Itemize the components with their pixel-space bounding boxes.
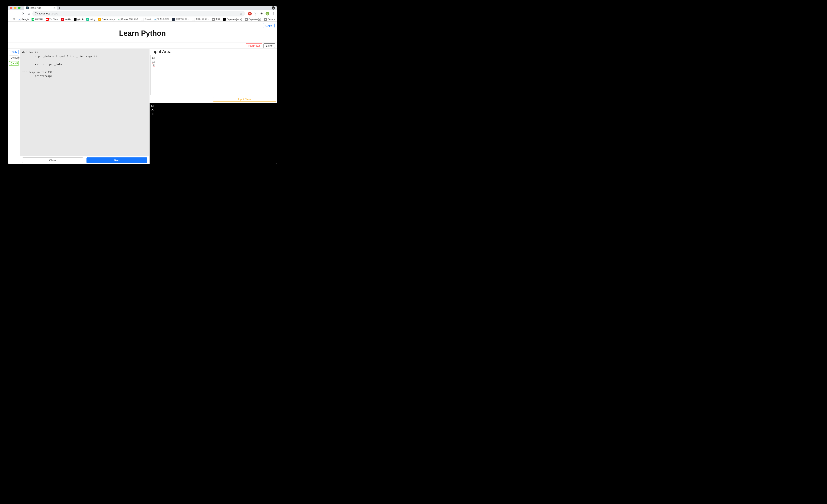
bookmarks-bar: 앱 GGoogle NNAVER ▶YouTube NNetflix githu… <box>8 17 277 21</box>
bookmark-netflix[interactable]: NNetflix <box>61 18 71 21</box>
code-panel: def test(i): input_data = [input() for _… <box>20 49 149 164</box>
back-button[interactable]: ← <box>9 12 14 16</box>
login-button[interactable]: Login <box>263 23 275 28</box>
bookmark-baekjoon[interactable]: ∞백준 온라인 <box>154 18 169 21</box>
input-textarea[interactable]: 테 스 트 <box>150 55 276 95</box>
tab-qanda[interactable]: QandA <box>9 61 19 66</box>
tab-study[interactable]: Study <box>9 50 19 54</box>
netflix-icon: N <box>61 18 64 21</box>
baekjoon-icon: ∞ <box>154 18 156 21</box>
code-actions: Clear Run <box>20 156 149 164</box>
bookmark-hancom[interactable]: 한컴스페이스 <box>192 18 209 21</box>
minimize-window-button[interactable] <box>14 7 16 9</box>
profile-avatar-icon[interactable]: 습 <box>265 12 269 15</box>
bookmark-apps[interactable]: 앱 <box>13 18 15 21</box>
google-icon: G <box>18 18 21 21</box>
reload-button[interactable]: ⟳ <box>21 12 25 16</box>
input-clear-button[interactable]: Input Clear <box>213 97 276 102</box>
page-header: Login Learn Python <box>8 21 277 43</box>
bookmark-youtube[interactable]: ▶YouTube <box>46 18 58 21</box>
io-panel: Input Area 테 스 트 Input Clear 테 스 트 <box>149 49 277 164</box>
extension-icon[interactable]: ☁ <box>254 12 257 15</box>
site-info-icon[interactable]: i <box>35 12 38 15</box>
naver-icon: N <box>32 18 34 21</box>
programmers-icon <box>172 18 175 21</box>
bookmark-capstone-ip[interactable]: ▣Capstone[ip] <box>245 18 261 21</box>
bookmark-star-icon[interactable]: ☆ <box>240 12 242 15</box>
address-host: localhost <box>39 12 50 15</box>
browser-tab[interactable]: ⚛ React App × <box>24 6 57 10</box>
bookmark-school[interactable]: ▣학교 <box>212 18 220 21</box>
gdrive-icon: △ <box>117 18 120 21</box>
extension-icons: AB ☁ ✦ 습 ⋮ <box>248 12 275 16</box>
run-button[interactable]: Run <box>87 157 148 163</box>
bookmark-github[interactable]: github <box>74 18 84 21</box>
bookmark-programmers[interactable]: 프로그래머스 <box>172 18 189 21</box>
apple-icon <box>141 18 144 21</box>
capstone-icon <box>223 18 226 21</box>
address-bar[interactable]: i localhost:3000 ☆ <box>32 11 245 16</box>
page-title: Learn Python <box>10 29 275 38</box>
velog-icon: V <box>86 18 89 21</box>
left-nav: Study Compiler QandA <box>8 49 20 164</box>
react-favicon-icon: ⚛ <box>26 6 29 9</box>
close-tab-icon[interactable]: × <box>53 6 55 9</box>
extensions-puzzle-icon[interactable]: ✦ <box>259 12 263 16</box>
github-icon <box>74 18 77 21</box>
page-content: Login Learn Python Interpreter Editer St… <box>8 21 277 164</box>
tabs-row: Interpreter Editer <box>8 43 277 49</box>
forward-button[interactable]: → <box>15 12 19 16</box>
input-area-heading: Input Area <box>150 49 277 55</box>
colab-icon: ∞ <box>98 18 101 21</box>
address-path: :3000 <box>51 12 58 15</box>
code-editor[interactable]: def test(i): input_data = [input() for _… <box>20 49 149 156</box>
bookmark-devops[interactable]: ▣Devops <box>264 18 275 21</box>
browser-window: ⚛ React App × + ⌄ ← → ⟳ ⌂ i localhost:30… <box>8 6 277 164</box>
bookmark-google[interactable]: GGoogle <box>18 18 29 21</box>
window-controls <box>10 7 20 9</box>
new-tab-button[interactable]: + <box>58 6 61 10</box>
output-console: 테 스 트 <box>150 103 277 164</box>
bookmark-capstone-local[interactable]: Capstone[local] <box>223 18 242 21</box>
close-window-button[interactable] <box>10 7 12 9</box>
home-button[interactable]: ⌂ <box>27 12 31 16</box>
clear-button[interactable]: Clear <box>22 157 83 163</box>
tab-compiler[interactable]: Compiler <box>9 55 19 60</box>
bookmark-gdrive[interactable]: △Google 드라이브 <box>117 18 138 21</box>
bookmark-icloud[interactable]: iCloud <box>141 18 151 21</box>
folder-icon: ▣ <box>212 18 215 21</box>
maximize-window-button[interactable] <box>18 7 20 9</box>
bookmark-naver[interactable]: NNAVER <box>32 18 43 21</box>
folder-icon: ▣ <box>245 18 248 21</box>
folder-icon: ▣ <box>264 18 267 21</box>
tab-title: React App <box>30 6 41 9</box>
hancom-icon <box>192 18 195 21</box>
bookmark-colab[interactable]: ∞Colaboratory <box>98 18 115 21</box>
chrome-menu-icon[interactable]: ⋮ <box>271 12 275 16</box>
tab-editer[interactable]: Editer <box>263 43 275 48</box>
search-tabs-button[interactable]: ⌄ <box>272 6 275 9</box>
tab-interpreter[interactable]: Interpreter <box>246 43 262 48</box>
youtube-icon: ▶ <box>46 18 49 21</box>
browser-toolbar: ← → ⟳ ⌂ i localhost:3000 ☆ AB ☁ ✦ 습 ⋮ <box>8 10 277 17</box>
adblock-extension-icon[interactable]: AB <box>248 12 252 15</box>
tab-strip: ⚛ React App × + ⌄ <box>8 6 277 10</box>
content-row: Study Compiler QandA def test(i): input_… <box>8 49 277 164</box>
bookmark-velog[interactable]: Vvelog <box>86 18 95 21</box>
